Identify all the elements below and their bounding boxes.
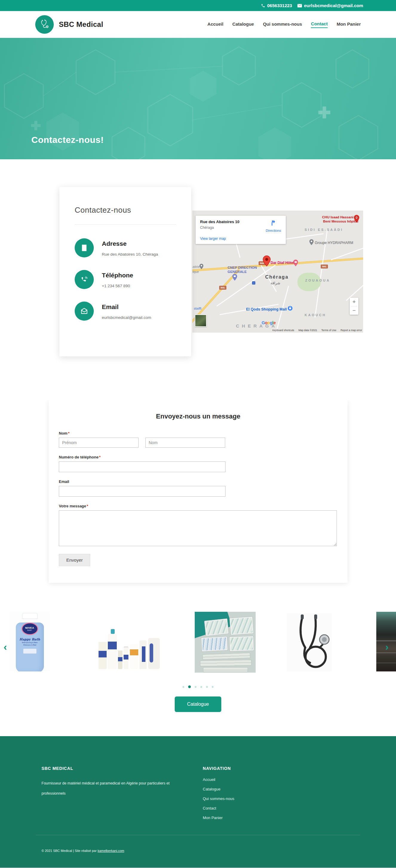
cnep-pin[interactable] [232, 274, 237, 282]
carousel-dot[interactable] [206, 686, 208, 688]
site-header: SBC Medical Accueil Catalogue Qui sommes… [0, 11, 396, 38]
carousel-dot[interactable] [182, 686, 184, 688]
map-label-dardiaf: Dar Diaf Hôtel [271, 261, 294, 265]
topbar-email[interactable]: eurlsbcmedical@gmail.com [298, 3, 363, 8]
carousel-dot[interactable] [200, 686, 202, 688]
email-title: Email [102, 303, 151, 311]
divider [75, 224, 176, 225]
name-label: Nom* [59, 431, 337, 435]
mustela-wipes-pack [148, 638, 160, 669]
slide-mustela-baby-set[interactable] [98, 624, 160, 669]
topbar-phone-number: 0656331223 [267, 3, 292, 8]
submit-button[interactable]: Envoyer [59, 554, 90, 566]
stethoscope-logo-icon [35, 15, 54, 34]
view-larger-map-link[interactable]: View larger map [200, 237, 226, 241]
footer-link-mon-panier[interactable]: Mon Panier [203, 815, 234, 820]
mustela-small-bottle [118, 649, 122, 669]
nav-catalogue[interactable]: Catalogue [232, 22, 254, 28]
footer-about-text: Fournisseur de matériel médical et param… [41, 778, 185, 799]
contact-section: Contactez-nous Adresse Rue des Abatoires… [0, 159, 396, 400]
terms-of-use-link[interactable]: Terms of Use [321, 329, 336, 332]
stethoscope-drawing [287, 613, 332, 672]
email-label: Email [59, 479, 337, 484]
directions-button[interactable]: Directions [266, 220, 281, 232]
footer-about-title: SBC MEDICAL [41, 766, 191, 771]
map-label-cheraga: Chéraga [265, 274, 288, 280]
topbar-phone[interactable]: 0656331223 [261, 3, 292, 8]
envelope-icon [75, 302, 94, 321]
products-carousel: ‹ NIVEABABY Happy Bath Shampooing & Bain… [0, 612, 396, 673]
google-logo: Google [262, 320, 276, 325]
mustela-pump-bottle [108, 634, 117, 669]
google-map[interactable]: N41 N41 N41 CHU Isaad Hassani de Beni Me… [192, 211, 363, 333]
slide-medical-supplies-tray[interactable] [195, 612, 256, 673]
carousel-dot[interactable] [195, 686, 197, 688]
message-form-section: Envoyez-nous un message Nom* Numéro de t… [0, 400, 396, 583]
phone-text: +1 234 567 890 [102, 284, 133, 288]
footer-link-contact[interactable]: Contact [203, 806, 234, 810]
shopping-mall-pin[interactable] [287, 305, 293, 312]
footer-nav-title: NAVIGATION [203, 766, 234, 771]
carousel-dots [0, 685, 396, 688]
message-textarea[interactable] [59, 510, 337, 546]
form-title: Envoyez-nous un message [59, 412, 337, 420]
map-zoom-controls: + − [350, 298, 358, 315]
footer-link-qui-sommes-nous[interactable]: Qui sommes-nous [203, 797, 234, 801]
footer-divider [36, 835, 360, 835]
slide-nivea-baby-shampoo[interactable]: NIVEABABY Happy Bath Shampooing & Bain S… [9, 612, 50, 672]
mustela-cream [130, 644, 139, 669]
keyboard-shortcuts-link[interactable]: Keyboard shortcuts [272, 329, 294, 332]
slide-stethoscope[interactable] [287, 613, 332, 672]
email-text: eurlsbcmedical@gmail.com [102, 315, 151, 320]
catalogue-button-wrap: Catalogue [0, 696, 396, 712]
brand-logo[interactable]: SBC Medical [35, 15, 103, 34]
email-input[interactable] [59, 486, 225, 497]
message-label: Votre message* [59, 504, 337, 508]
nav-qui-sommes-nous[interactable]: Qui sommes-nous [263, 22, 302, 28]
map-label-sidi: SIDI ES-SAÀDI [305, 228, 343, 231]
phone-input[interactable] [59, 461, 225, 472]
map-attribution: Keyboard shortcuts Map data ©2021 Terms … [272, 329, 362, 332]
footer-nav-column: NAVIGATION Accueil Catalogue Qui sommes-… [203, 766, 234, 825]
route-badge-n41: N41 [321, 265, 328, 269]
carousel-prev-arrow[interactable]: ‹ [4, 642, 7, 652]
page-title: Contactez-nous! [31, 135, 104, 145]
topbar-email-address: eurlsbcmedical@gmail.com [304, 3, 363, 8]
zoom-in-button[interactable]: + [350, 298, 358, 306]
catalogue-button[interactable]: Catalogue [175, 696, 222, 712]
zoom-out-button[interactable]: − [350, 306, 358, 315]
first-name-input[interactable] [59, 438, 139, 448]
footer-link-accueil[interactable]: Accueil [203, 777, 234, 782]
contact-info-card: Contactez-nous Adresse Rue des Abatoires… [59, 187, 191, 356]
phone-title: Téléphone [102, 272, 133, 279]
industry-pin[interactable] [199, 264, 203, 271]
site-footer: SBC MEDICAL Fournisseur de matériel médi… [0, 736, 396, 868]
map-label-cheraga-arabic: شراقة [271, 281, 280, 285]
kamelberkani-link[interactable]: kamelberkani.com [98, 849, 124, 852]
hydrapharm-pin[interactable] [309, 239, 314, 246]
location-marker-pin[interactable] [263, 255, 271, 268]
address-title: Adresse [102, 240, 158, 247]
carousel-dot-active[interactable] [188, 685, 191, 688]
satellite-view-toggle[interactable] [195, 314, 207, 327]
carousel-dot[interactable] [212, 686, 214, 688]
mustela-bottle [98, 641, 107, 669]
nav-accueil[interactable]: Accueil [207, 22, 223, 28]
required-asterisk: * [99, 455, 101, 459]
map-info-window: Rue des Abatoires 10 Chéraga View larger… [196, 216, 286, 244]
directions-fork-icon [270, 220, 277, 226]
contact-card-title: Contactez-nous [75, 206, 176, 215]
carousel-next-arrow[interactable]: › [385, 642, 389, 652]
required-asterisk: * [68, 431, 69, 435]
map-label-zouaoua: ZOUAOUA [305, 279, 330, 282]
footer-link-catalogue[interactable]: Catalogue [203, 787, 234, 791]
map-label-kaouch: KAOUCH [305, 313, 326, 317]
last-name-input[interactable] [145, 438, 225, 448]
main-nav: Accueil Catalogue Qui sommes-nous Contac… [207, 21, 361, 28]
report-map-error-link[interactable]: Report a map error [340, 329, 362, 332]
map-label-chu: CHU Isaad Hassani de Beni Messous hôpita… [314, 215, 358, 224]
phone-icon [75, 270, 94, 289]
address-text: Rue des Abatoires 10, Chéraga [102, 252, 158, 256]
nav-contact[interactable]: Contact [311, 21, 328, 28]
nav-mon-panier[interactable]: Mon Panier [337, 22, 361, 28]
